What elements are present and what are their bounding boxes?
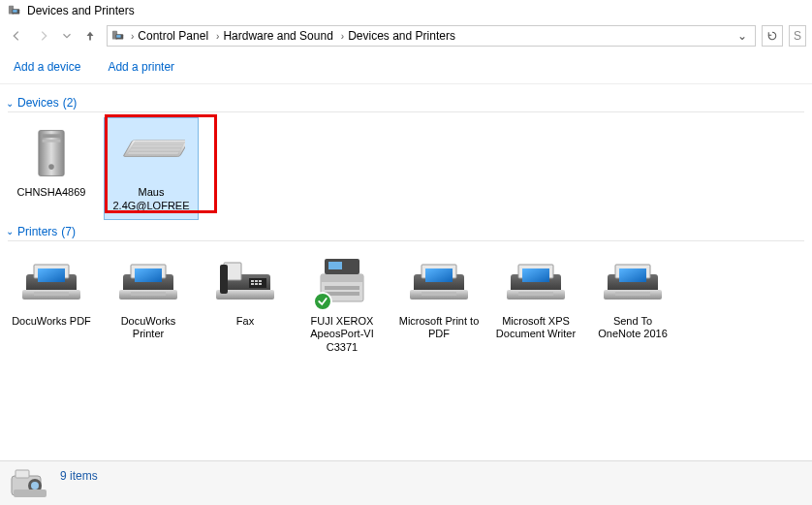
breadcrumb-label: Control Panel — [138, 29, 208, 43]
status-bar: 9 items — [0, 460, 812, 505]
group-label: Printers — [17, 225, 57, 238]
device-item-computer[interactable]: CHNSHA4869 — [8, 118, 95, 219]
printer-label: Microsoft XPS Document Writer — [494, 315, 578, 342]
printer-item[interactable]: Microsoft Print to PDF — [395, 247, 483, 361]
address-bar[interactable]: ›Control Panel ›Hardware and Sound ›Devi… — [107, 25, 756, 47]
keyboard-icon — [116, 124, 186, 182]
breadcrumb-segment[interactable]: ›Devices and Printers — [337, 29, 457, 43]
back-button[interactable] — [6, 25, 27, 47]
printer-item-default[interactable]: FUJI XEROX ApeosPort-VI C3371 — [298, 247, 386, 361]
device-label: CHNSHA4869 — [17, 186, 86, 200]
up-button[interactable] — [79, 25, 101, 47]
title-bar: Devices and Printers — [0, 0, 812, 21]
printer-icon — [113, 253, 183, 311]
navigation-bar: ›Control Panel ›Hardware and Sound ›Devi… — [0, 21, 812, 50]
search-placeholder: S — [794, 29, 801, 43]
group-count: (2) — [63, 96, 78, 110]
fax-icon — [210, 253, 280, 311]
printer-icon — [501, 253, 571, 311]
search-box[interactable]: S — [789, 25, 806, 47]
group-header-devices[interactable]: ⌄ Devices (2) — [6, 96, 804, 110]
address-dropdown[interactable]: ⌄ — [734, 29, 751, 43]
group-label: Devices — [17, 96, 59, 110]
printer-item[interactable]: Microsoft XPS Document Writer — [492, 247, 579, 361]
printer-label: Fax — [236, 315, 254, 329]
group-count: (7) — [61, 225, 76, 238]
printer-icon — [404, 253, 474, 311]
printer-label: Microsoft Print to PDF — [397, 315, 481, 342]
device-label: Maus 2.4G@LOFREE — [107, 186, 196, 213]
devices-items: CHNSHA4869 Maus 2.4G@LOFREE — [8, 118, 804, 219]
printers-items: DocuWorks PDF DocuWorks Printer Fax FUJI… — [8, 247, 804, 361]
printer-label: DocuWorks PDF — [12, 315, 91, 329]
devices-printers-icon — [8, 4, 21, 17]
printer-item[interactable]: DocuWorks PDF — [8, 247, 95, 361]
printer-label: FUJI XEROX ApeosPort-VI C3371 — [300, 315, 384, 355]
chevron-down-icon: ⌄ — [6, 98, 14, 109]
printer-icon — [598, 253, 668, 311]
computer-icon — [16, 124, 86, 182]
breadcrumb-segment[interactable]: ›Control Panel — [127, 29, 210, 43]
chevron-down-icon: ⌄ — [6, 226, 14, 237]
group-header-printers[interactable]: ⌄ Printers (7) — [6, 225, 804, 238]
devices-printers-icon — [111, 29, 125, 43]
printer-item[interactable]: DocuWorks Printer — [105, 247, 192, 361]
command-bar: Add a device Add a printer — [0, 50, 812, 84]
add-printer-link[interactable]: Add a printer — [108, 60, 174, 74]
breadcrumb-segment[interactable]: ›Hardware and Sound — [212, 29, 335, 43]
refresh-button[interactable] — [762, 25, 783, 47]
mfp-icon — [307, 253, 377, 311]
default-check-icon — [313, 292, 332, 311]
printer-label: DocuWorks Printer — [107, 315, 190, 342]
chevron-right-icon: › — [214, 31, 221, 42]
device-item-keyboard[interactable]: Maus 2.4G@LOFREE — [105, 118, 198, 219]
chevron-right-icon: › — [339, 31, 346, 42]
add-device-link[interactable]: Add a device — [14, 60, 80, 74]
forward-button[interactable] — [33, 25, 54, 47]
printer-icon — [16, 253, 86, 311]
group-divider — [8, 240, 804, 241]
printer-item-fax[interactable]: Fax — [202, 247, 289, 361]
breadcrumb-label: Devices and Printers — [348, 29, 455, 43]
breadcrumb-label: Hardware and Sound — [223, 29, 332, 43]
status-text: 9 items — [60, 469, 98, 483]
printer-item[interactable]: Send To OneNote 2016 — [589, 247, 676, 361]
content-area: ⌄ Devices (2) CHNSHA4869 Maus 2.4G@LOFRE… — [0, 84, 812, 458]
group-divider — [8, 111, 804, 112]
chevron-right-icon: › — [129, 31, 136, 42]
window-title: Devices and Printers — [27, 4, 135, 17]
recent-dropdown[interactable] — [60, 25, 74, 47]
status-icon — [10, 466, 48, 501]
printer-label: Send To OneNote 2016 — [591, 315, 674, 342]
